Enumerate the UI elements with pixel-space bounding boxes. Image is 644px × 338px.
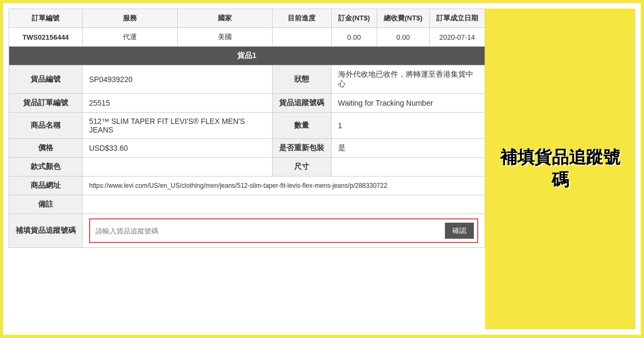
tracking-input-wrapper: 確認 <box>89 218 478 243</box>
col-deposit: 訂金(NT$) <box>331 9 377 28</box>
order-total-cell: 0.00 <box>377 28 429 47</box>
col-country: 國家 <box>177 9 272 28</box>
value-color <box>83 158 273 177</box>
main-content: 訂單編號 服務 國家 目前進度 訂金(NT$) 總收費(NT$) 訂單成立日期 … <box>9 9 485 329</box>
value-size <box>331 158 485 177</box>
col-service: 服務 <box>83 9 178 28</box>
value-price: USD$33.60 <box>83 139 273 158</box>
label-url: 商品網址 <box>9 177 83 195</box>
table-header: 訂單編號 服務 國家 目前進度 訂金(NT$) 總收費(NT$) 訂單成立日期 <box>9 9 485 28</box>
label-repack: 是否重新包裝 <box>272 139 331 158</box>
url-row: 商品網址 https://www.levi.com/US/en_US/cloth… <box>9 177 485 195</box>
fill-tracking-row: 補填貨品追蹤號碼 確認 <box>9 214 485 248</box>
tracking-number-input[interactable] <box>93 226 442 236</box>
value-tracking: Waiting for Tracking Number <box>331 94 485 113</box>
price-row: 價格 USD$33.60 是否重新包裝 是 <box>9 139 485 158</box>
confirm-button[interactable]: 確認 <box>445 223 474 239</box>
label-status: 狀態 <box>272 65 331 94</box>
order-table: 訂單編號 服務 國家 目前進度 訂金(NT$) 總收費(NT$) 訂單成立日期 … <box>9 9 485 248</box>
order-progress-cell <box>272 28 331 47</box>
item-id-row: 貨品編號 SP04939220 狀態 海外代收地已收件，將轉運至香港集貨中心 <box>9 65 485 94</box>
value-url[interactable]: https://www.levi.com/US/en_US/clothing/m… <box>83 177 485 195</box>
label-note: 備註 <box>9 195 83 214</box>
label-item-id: 貨品編號 <box>9 65 83 94</box>
note-row: 備註 <box>9 195 485 214</box>
right-banner: 補填貨品追蹤號碼 <box>485 9 635 329</box>
col-order-id: 訂單編號 <box>9 9 83 28</box>
value-item-id: SP04939220 <box>83 65 273 94</box>
label-name: 商品名稱 <box>9 113 83 139</box>
value-status: 海外代收地已收件，將轉運至香港集貨中心 <box>331 65 485 94</box>
label-qty: 數量 <box>272 113 331 139</box>
col-total: 總收費(NT$) <box>377 9 429 28</box>
name-row: 商品名稱 512™ SLIM TAPER FIT LEVI'S® FLEX ME… <box>9 113 485 139</box>
col-progress: 目前進度 <box>272 9 331 28</box>
label-tracking: 貨品追蹤號碼 <box>272 94 331 113</box>
color-size-row: 款式顏色 尺寸 <box>9 158 485 177</box>
order-deposit-cell: 0.00 <box>331 28 377 47</box>
order-num-row: 貨品訂單編號 25515 貨品追蹤號碼 Waiting for Tracking… <box>9 94 485 113</box>
order-country-cell: 美國 <box>177 28 272 47</box>
order-date-cell: 2020-07-14 <box>429 28 485 47</box>
fill-tracking-cell: 確認 <box>83 214 485 248</box>
col-date: 訂單成立日期 <box>429 9 485 28</box>
value-repack: 是 <box>331 139 485 158</box>
value-name: 512™ SLIM TAPER FIT LEVI'S® FLEX MEN'S J… <box>83 113 273 139</box>
value-qty: 1 <box>331 113 485 139</box>
label-price: 價格 <box>9 139 83 158</box>
value-order-num: 25515 <box>83 94 273 113</box>
value-note <box>83 195 485 214</box>
order-service-cell: 代運 <box>83 28 178 47</box>
label-order-num: 貨品訂單編號 <box>9 94 83 113</box>
label-size: 尺寸 <box>272 158 331 177</box>
order-row: TWS02156444 代運 美國 0.00 0.00 2020-07-14 <box>9 28 485 47</box>
section-header-row: 貨品1 <box>9 47 485 65</box>
order-id-cell[interactable]: TWS02156444 <box>9 28 83 47</box>
label-color: 款式顏色 <box>9 158 83 177</box>
section-title: 貨品1 <box>9 47 485 65</box>
label-fill-tracking: 補填貨品追蹤號碼 <box>9 214 83 248</box>
banner-text: 補填貨品追蹤號碼 <box>496 146 625 191</box>
